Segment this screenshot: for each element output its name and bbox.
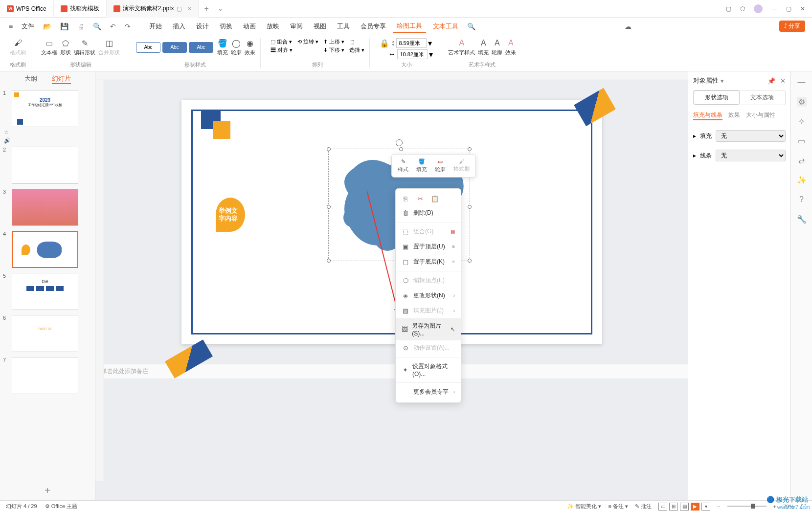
ctx-change-shape[interactable]: ◈更改形状(N)› xyxy=(396,288,461,303)
text-effect-button[interactable]: A效果 xyxy=(505,38,516,56)
new-tab-button[interactable]: + xyxy=(199,4,215,13)
move-down-button[interactable]: ⬇ 下移 ▾ xyxy=(323,46,344,54)
view-slideshow-icon[interactable]: ▶ xyxy=(691,503,699,511)
cut-icon[interactable]: ✂ xyxy=(416,195,424,202)
ctx-more-vip[interactable]: 更多会员专享› xyxy=(396,384,461,400)
tab-docer[interactable]: 找稻壳模板 xyxy=(54,0,107,18)
menu-vip[interactable]: 会员专享 xyxy=(357,20,390,33)
resize-handle-l[interactable] xyxy=(327,205,331,209)
tab-overflow[interactable]: ⌄ xyxy=(215,5,226,12)
copy-icon[interactable]: ⎘ xyxy=(402,195,409,202)
group-button[interactable]: ⬚ 组合 ▾ xyxy=(271,38,293,45)
pin-icon[interactable]: 📌 xyxy=(767,77,775,85)
close-panel-icon[interactable]: ✕ xyxy=(780,77,786,85)
menu-design[interactable]: 设计 xyxy=(192,20,213,33)
preview-icon[interactable]: 🔍 xyxy=(91,21,103,32)
menu-text-tools[interactable]: 文本工具 xyxy=(429,20,462,33)
undo-icon[interactable]: ↶ xyxy=(108,21,118,32)
width-input[interactable] xyxy=(397,49,428,59)
shape-button[interactable]: ⬠形状 xyxy=(60,38,71,56)
cube-icon[interactable]: ⬡ xyxy=(740,5,745,12)
text-outline-button[interactable]: A轮廓 xyxy=(492,38,502,56)
expand-fill-icon[interactable]: ▸ xyxy=(693,133,696,139)
tab-wps[interactable]: W WPS Office xyxy=(0,0,54,18)
help-icon[interactable]: ? xyxy=(797,195,807,204)
fill-select[interactable]: 无 xyxy=(716,130,786,142)
cloud-icon[interactable]: ☁ xyxy=(623,21,633,32)
resize-handle-tr[interactable] xyxy=(468,147,472,151)
view-normal-icon[interactable]: ▭ xyxy=(658,503,667,511)
height-input[interactable] xyxy=(396,38,427,48)
subtab-fill-line[interactable]: 填充与线条 xyxy=(693,111,722,120)
tab-document[interactable]: 演示文稿素材2.pptx ▢ ✕ xyxy=(107,0,199,18)
zoom-slider[interactable] xyxy=(727,506,767,507)
slide-thumb-2[interactable] xyxy=(12,147,78,184)
ctx-bring-front[interactable]: ▣置于顶层(U)≡ xyxy=(396,239,461,254)
search-icon[interactable]: 🔍 xyxy=(465,21,477,32)
menu-animation[interactable]: 动画 xyxy=(239,20,260,33)
tools-icon[interactable]: 🔧 xyxy=(797,214,807,224)
resize-handle-br[interactable] xyxy=(468,259,472,263)
ctx-send-back[interactable]: ▢置于底层(K)≡ xyxy=(396,254,461,269)
maximize-icon[interactable]: ▢ xyxy=(786,5,791,12)
sound-icon[interactable]: 🔊 xyxy=(4,137,92,144)
shape-preset-3[interactable]: Abc xyxy=(189,42,213,53)
share-button[interactable]: ⤴ 分享 xyxy=(779,21,805,32)
comments-button[interactable]: ✎ 批注 xyxy=(635,503,652,510)
ctx-format-object[interactable]: ✦设置对象格式(O)... xyxy=(396,359,461,381)
box-icon[interactable]: ▢ xyxy=(726,5,731,12)
panel-tab-text[interactable]: 文本选项 xyxy=(740,90,786,105)
select-dropdown[interactable]: 选择 ▾ xyxy=(349,46,364,54)
resize-handle-bl[interactable] xyxy=(327,259,331,263)
add-slide-button[interactable]: + xyxy=(0,481,95,500)
ft-outline-button[interactable]: ▭轮廓 xyxy=(435,158,446,173)
resize-handle-t[interactable] xyxy=(399,147,403,151)
resize-handle-tl[interactable] xyxy=(327,147,331,151)
rotate-button[interactable]: ⟲ 旋转 ▾ xyxy=(297,38,318,45)
save-icon[interactable]: 💾 xyxy=(58,21,70,32)
menu-tools[interactable]: 工具 xyxy=(333,20,354,33)
menu-insert[interactable]: 插入 xyxy=(169,20,189,33)
transition-rail-icon[interactable]: ⇄ xyxy=(797,156,807,165)
animation-rail-icon[interactable]: ✨ xyxy=(797,175,807,185)
redo-icon[interactable]: ↷ xyxy=(123,21,133,32)
panel-tab-shape[interactable]: 形状选项 xyxy=(694,90,740,105)
view-sorter-icon[interactable]: ⊞ xyxy=(669,503,678,511)
tab-mini-icon[interactable]: ▢ xyxy=(177,5,182,12)
file-menu[interactable]: 文件 xyxy=(18,20,38,33)
shape-preset-2[interactable]: Abc xyxy=(162,42,187,53)
menu-review[interactable]: 审阅 xyxy=(286,20,307,33)
menu-hamburger-icon[interactable]: ≡ xyxy=(7,21,15,32)
edit-shape-button[interactable]: ✎编辑形状 xyxy=(74,38,95,56)
menu-transition[interactable]: 切换 xyxy=(216,20,236,33)
theme-info[interactable]: ⚙ Office 主题 xyxy=(45,503,78,510)
menu-drawing-tools[interactable]: 绘图工具 xyxy=(393,20,426,33)
ft-style-button[interactable]: ✎样式 xyxy=(398,158,408,173)
zoom-in-icon[interactable]: + xyxy=(773,504,776,510)
slide-list[interactable]: 12023工作总结汇报PPT模板 ☆🔊 2 3 4 5目录 6PART 01 7 xyxy=(0,87,95,481)
slide-thumb-7[interactable] xyxy=(12,357,78,394)
select-button[interactable]: ⬚ xyxy=(349,39,364,45)
slides-tab[interactable]: 幻灯片 xyxy=(52,74,71,84)
outline-button[interactable]: ◯轮廓 xyxy=(231,38,242,56)
layers-icon[interactable]: ▭ xyxy=(797,136,807,146)
star-rail-icon[interactable]: ✧ xyxy=(797,116,807,126)
shape-preset-1[interactable]: Abc xyxy=(136,42,160,53)
menu-slideshow[interactable]: 放映 xyxy=(263,20,283,33)
user-avatar[interactable] xyxy=(754,4,763,13)
ctx-save-as-image[interactable]: 🖼另存为图片(S)...↖ xyxy=(396,318,461,340)
minimize-icon[interactable]: — xyxy=(771,5,777,12)
textbox-button[interactable]: ▭文本框 xyxy=(41,38,57,56)
slide-thumb-4[interactable] xyxy=(12,231,78,268)
expand-line-icon[interactable]: ▸ xyxy=(693,152,696,159)
zoom-out-icon[interactable]: − xyxy=(717,504,720,510)
lock-icon[interactable]: 🔒 xyxy=(380,39,389,48)
settings-icon[interactable]: ⚙ xyxy=(797,97,807,107)
open-icon[interactable]: 📂 xyxy=(41,21,53,32)
view-dropdown[interactable]: ▾ xyxy=(701,503,710,511)
view-reading-icon[interactable]: ▤ xyxy=(680,503,689,511)
align-button[interactable]: ☰ 对齐 ▾ xyxy=(271,46,293,54)
beautify-button[interactable]: ✨ 智能美化 ▾ xyxy=(567,503,601,510)
collapse-icon[interactable]: — xyxy=(797,77,807,87)
ft-fill-button[interactable]: 🪣填充 xyxy=(416,158,427,173)
